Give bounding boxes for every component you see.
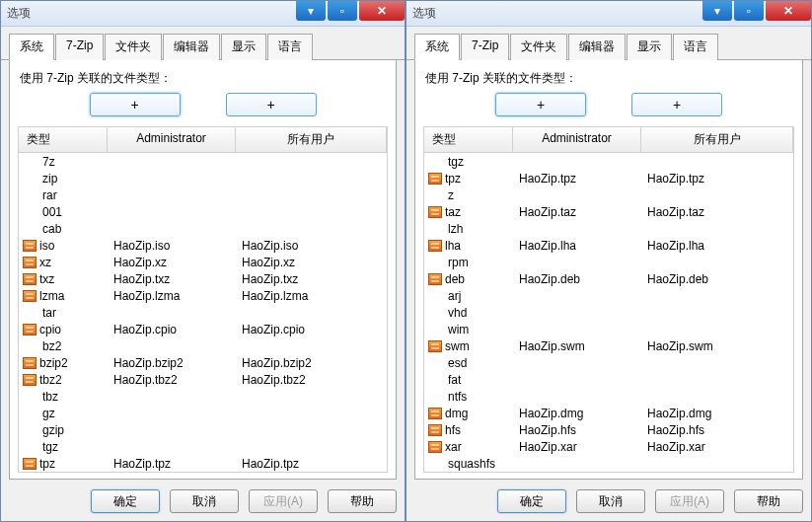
blank-icon xyxy=(428,391,445,403)
allusers-value: HaoZip.lzma xyxy=(236,289,387,303)
table-row[interactable]: fat xyxy=(424,371,793,388)
table-row[interactable]: vhd xyxy=(424,304,793,321)
table-row[interactable]: zip xyxy=(19,170,387,186)
table-row[interactable]: lhaHaoZip.lhaHaoZip.lha xyxy=(424,237,793,254)
table-row[interactable]: lzh xyxy=(424,220,793,237)
cancel-button[interactable]: 取消 xyxy=(170,489,239,513)
allusers-value: HaoZip.tbz2 xyxy=(236,373,387,387)
table-row[interactable]: wim xyxy=(424,321,793,337)
help-button[interactable]: 帮助 xyxy=(328,489,397,513)
apply-button[interactable]: 应用(A) xyxy=(655,489,724,513)
minimize-button[interactable]: ▾ xyxy=(702,1,732,21)
table-row[interactable]: tbz2HaoZip.tbz2HaoZip.tbz2 xyxy=(19,371,387,388)
help-button[interactable]: 帮助 xyxy=(734,489,803,513)
type-label: iso xyxy=(39,239,54,253)
type-label: dmg xyxy=(445,407,468,420)
apply-button[interactable]: 应用(A) xyxy=(249,489,318,513)
type-label: rpm xyxy=(448,256,469,269)
file-type-list-scroll[interactable]: 类型 Administrator 所有用户 7zziprar001cabisoH… xyxy=(19,127,387,472)
blank-icon xyxy=(23,189,39,201)
close-button[interactable]: ✕ xyxy=(359,1,405,21)
titlebar: 选项 ▾ ▫ ✕ xyxy=(406,1,811,27)
table-row[interactable]: tgz xyxy=(19,438,387,455)
minimize-button[interactable]: ▾ xyxy=(296,1,326,21)
column-allusers[interactable]: 所有用户 xyxy=(236,127,387,152)
add-allusers-button[interactable]: + xyxy=(631,93,722,116)
table-row[interactable]: gzip xyxy=(19,421,387,438)
type-label: lha xyxy=(445,239,461,253)
blank-icon xyxy=(23,307,39,319)
blank-icon xyxy=(23,156,39,168)
column-admin[interactable]: Administrator xyxy=(513,127,641,152)
file-type-list: 类型 Administrator 所有用户 7zziprar001cabisoH… xyxy=(18,126,388,473)
table-row[interactable]: cab xyxy=(19,220,387,237)
column-allusers[interactable]: 所有用户 xyxy=(641,127,793,152)
table-row[interactable]: rpm xyxy=(424,254,793,270)
tab-文件夹[interactable]: 文件夹 xyxy=(510,34,567,60)
cancel-button[interactable]: 取消 xyxy=(576,489,645,513)
tab-编辑器[interactable]: 编辑器 xyxy=(163,34,220,60)
table-row[interactable]: bzip2HaoZip.bzip2HaoZip.bzip2 xyxy=(19,354,387,371)
table-row[interactable]: bz2 xyxy=(19,337,387,354)
column-admin[interactable]: Administrator xyxy=(108,127,236,152)
table-row[interactable]: cpioHaoZip.cpioHaoZip.cpio xyxy=(19,321,387,337)
tab-文件夹[interactable]: 文件夹 xyxy=(105,34,162,60)
table-row[interactable]: dmgHaoZip.dmgHaoZip.dmg xyxy=(424,405,793,421)
table-row[interactable]: txzHaoZip.txzHaoZip.txz xyxy=(19,270,387,287)
tab-系统[interactable]: 系统 xyxy=(414,34,460,60)
type-label: hfs xyxy=(445,423,461,437)
type-label: z xyxy=(448,188,454,202)
table-row[interactable]: tbz xyxy=(19,388,387,405)
table-row[interactable]: isoHaoZip.isoHaoZip.iso xyxy=(19,237,387,254)
table-row[interactable]: tazHaoZip.tazHaoZip.taz xyxy=(424,203,793,220)
maximize-button[interactable]: ▫ xyxy=(734,1,764,21)
table-row[interactable]: z xyxy=(424,186,793,203)
table-row[interactable]: rar xyxy=(19,186,387,203)
table-row[interactable]: swmHaoZip.swmHaoZip.swm xyxy=(424,337,793,354)
type-label: deb xyxy=(445,272,465,286)
table-row[interactable]: tgz xyxy=(424,153,793,170)
options-window-left: 选项 ▾ ▫ ✕ 系统7-Zip文件夹编辑器显示语言 使用 7-Zip 关联的文… xyxy=(0,0,406,522)
ok-button[interactable]: 确定 xyxy=(91,489,160,513)
table-row[interactable]: tpzHaoZip.tpzHaoZip.tpz xyxy=(424,170,793,186)
tab-7-Zip[interactable]: 7-Zip xyxy=(55,34,104,60)
add-admin-button[interactable]: + xyxy=(90,93,181,116)
tab-7-Zip[interactable]: 7-Zip xyxy=(461,34,509,60)
tab-显示[interactable]: 显示 xyxy=(221,34,266,60)
table-row[interactable]: lzmaHaoZip.lzmaHaoZip.lzma xyxy=(19,287,387,304)
table-row[interactable]: squashfs xyxy=(424,455,793,472)
table-row[interactable]: ntfs xyxy=(424,388,793,405)
archive-icon xyxy=(428,408,442,419)
table-row[interactable]: arj xyxy=(424,287,793,304)
type-label: tpz xyxy=(445,172,461,186)
add-allusers-button[interactable]: + xyxy=(226,93,317,116)
tab-语言[interactable]: 语言 xyxy=(267,34,313,60)
tab-系统[interactable]: 系统 xyxy=(9,34,54,60)
table-row[interactable]: esd xyxy=(424,354,793,371)
archive-icon xyxy=(428,273,442,285)
window-title: 选项 xyxy=(7,5,31,22)
admin-value: HaoZip.deb xyxy=(513,272,641,286)
table-row[interactable]: gz xyxy=(19,405,387,421)
column-type[interactable]: 类型 xyxy=(424,127,513,152)
tab-编辑器[interactable]: 编辑器 xyxy=(568,34,626,60)
table-row[interactable]: 001 xyxy=(19,203,387,220)
column-type[interactable]: 类型 xyxy=(19,127,108,152)
table-row[interactable]: tar xyxy=(19,304,387,321)
table-row[interactable]: xzHaoZip.xzHaoZip.xz xyxy=(19,254,387,270)
table-row[interactable]: 7z xyxy=(19,153,387,170)
ok-button[interactable]: 确定 xyxy=(497,489,566,513)
dialog-buttons: 确定 取消 应用(A) 帮助 xyxy=(1,480,405,521)
table-row[interactable]: hfsHaoZip.hfsHaoZip.hfs xyxy=(424,421,793,438)
table-row[interactable]: tpzHaoZip.tpzHaoZip.tpz xyxy=(19,455,387,472)
file-type-list-scroll[interactable]: 类型 Administrator 所有用户 tgztpzHaoZip.tpzHa… xyxy=(424,127,793,472)
maximize-button[interactable]: ▫ xyxy=(328,1,357,21)
close-button[interactable]: ✕ xyxy=(766,1,811,21)
type-label: cpio xyxy=(39,323,61,336)
admin-value: HaoZip.tpz xyxy=(513,172,641,186)
table-row[interactable]: xarHaoZip.xarHaoZip.xar xyxy=(424,438,793,455)
table-row[interactable]: debHaoZip.debHaoZip.deb xyxy=(424,270,793,287)
tab-显示[interactable]: 显示 xyxy=(627,34,672,60)
add-admin-button[interactable]: + xyxy=(495,93,586,116)
tab-语言[interactable]: 语言 xyxy=(673,34,718,60)
